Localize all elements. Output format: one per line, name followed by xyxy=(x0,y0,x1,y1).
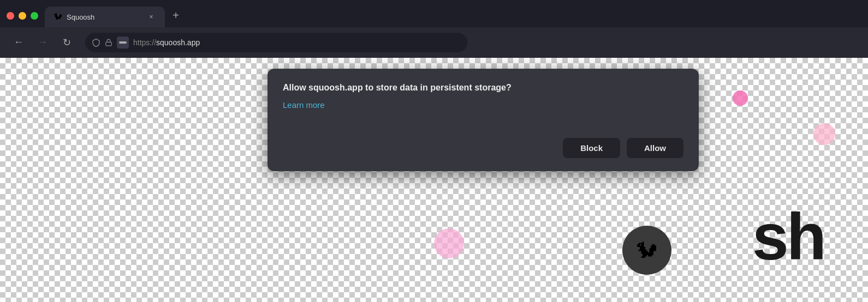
squoosh-brand-text: sh xyxy=(752,204,824,269)
learn-more-link[interactable]: Learn more xyxy=(283,100,325,110)
block-button[interactable]: Block xyxy=(563,138,620,158)
maximize-window-button[interactable] xyxy=(31,12,38,20)
reload-button[interactable]: ↻ xyxy=(57,33,76,52)
permission-question: Allow squoosh.app to store data in persi… xyxy=(283,82,683,94)
svg-rect-0 xyxy=(106,42,112,45)
tab-favicon: 🐿 xyxy=(53,13,62,21)
forward-button[interactable]: → xyxy=(33,33,52,52)
tab-close-button[interactable]: × xyxy=(146,12,156,22)
url-host: squoosh.app xyxy=(156,38,200,47)
url-protocol: https:// xyxy=(133,38,156,47)
title-bar: 🐿 Squoosh × + xyxy=(0,0,868,27)
svg-rect-1 xyxy=(119,41,127,44)
address-url: https://squoosh.app xyxy=(133,38,461,47)
permission-actions: Block Allow xyxy=(283,138,683,158)
permission-popup: Allow squoosh.app to store data in persi… xyxy=(267,69,699,171)
new-tab-button[interactable]: + xyxy=(167,7,185,24)
decoration-circle-pink-medium xyxy=(434,228,464,258)
tab-title: Squoosh xyxy=(67,13,142,21)
close-window-button[interactable] xyxy=(7,12,14,20)
address-bar[interactable]: https://squoosh.app xyxy=(85,33,467,52)
window-controls xyxy=(7,12,38,27)
page-info-icon[interactable] xyxy=(117,37,129,49)
back-button[interactable]: ← xyxy=(9,33,28,52)
browser-window: 🐿 Squoosh × + ← → ↻ xyxy=(0,0,868,302)
toolbar: ← → ↻ http xyxy=(0,27,868,58)
allow-button[interactable]: Allow xyxy=(627,138,683,158)
decoration-circle-pink xyxy=(733,90,748,106)
squoosh-logo-emoji: 🐿 xyxy=(636,238,658,263)
decoration-circle-pink-small xyxy=(813,123,835,145)
shield-icon xyxy=(92,38,100,47)
page-background: 🐿 sh Allow squoosh.app to store data in … xyxy=(0,58,868,302)
page-content: 🐿 sh Allow squoosh.app to store data in … xyxy=(0,58,868,302)
browser-tab[interactable]: 🐿 Squoosh × xyxy=(45,7,165,27)
lock-icon xyxy=(105,39,112,46)
minimize-window-button[interactable] xyxy=(19,12,26,20)
squoosh-logo: 🐿 xyxy=(622,226,671,275)
